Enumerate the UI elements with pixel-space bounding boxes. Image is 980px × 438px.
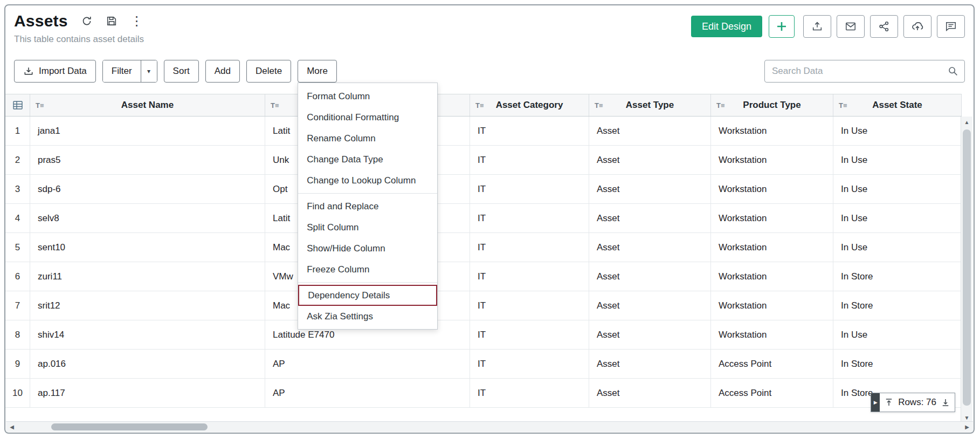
cell-asset_name[interactable]: sent10 <box>30 233 265 262</box>
cell-asset_category[interactable]: IT <box>470 320 589 350</box>
cell-asset_type[interactable]: Asset <box>589 291 711 320</box>
cell-asset_name[interactable]: selv8 <box>30 204 265 233</box>
row-number[interactable]: 2 <box>5 146 30 175</box>
cell-asset_name[interactable]: zuri11 <box>30 262 265 291</box>
share-icon[interactable] <box>870 15 898 38</box>
menu-item-find-and-replace[interactable]: Find and Replace <box>298 196 437 217</box>
refresh-icon[interactable] <box>81 15 93 27</box>
scroll-right-icon[interactable]: ▶ <box>961 422 973 432</box>
cell-product_type[interactable]: Workstation <box>711 262 833 291</box>
cell-product_type[interactable]: Workstation <box>711 233 833 262</box>
row-number[interactable]: 9 <box>5 350 30 379</box>
cell-asset_type[interactable]: Asset <box>589 379 711 408</box>
cell-asset_category[interactable]: IT <box>470 233 589 262</box>
cell-asset_category[interactable]: IT <box>470 379 589 408</box>
horizontal-scroll-thumb[interactable] <box>51 423 208 430</box>
row-number[interactable]: 3 <box>5 175 30 204</box>
column-header-asset_name[interactable]: T≡Asset Name <box>30 94 265 116</box>
row-number[interactable]: 10 <box>5 379 30 408</box>
row-number[interactable]: 6 <box>5 262 30 291</box>
cell-asset_name[interactable]: ap.016 <box>30 350 265 379</box>
sort-button[interactable]: Sort <box>164 60 199 83</box>
scroll-to-bottom-icon[interactable] <box>941 398 950 407</box>
cell-asset_name[interactable]: srit12 <box>30 291 265 320</box>
publish-icon[interactable] <box>803 15 831 38</box>
column-header-asset_category[interactable]: T≡Asset Category <box>470 94 589 116</box>
cell-asset_type[interactable]: Asset <box>589 233 711 262</box>
menu-item-show-hide-column[interactable]: Show/Hide Column <box>298 238 437 259</box>
cell-asset_name[interactable]: sdp-6 <box>30 175 265 204</box>
cell-product_type[interactable]: Workstation <box>711 320 833 350</box>
scroll-to-top-icon[interactable] <box>884 398 894 407</box>
cell-asset_category[interactable]: IT <box>470 146 589 175</box>
row-number[interactable]: 5 <box>5 233 30 262</box>
filter-button[interactable]: Filter <box>103 60 141 82</box>
filter-caret-icon[interactable]: ▾ <box>141 60 157 82</box>
menu-item-change-data-type[interactable]: Change Data Type <box>298 149 437 170</box>
menu-item-format-column[interactable]: Format Column <box>298 86 437 107</box>
column-header-asset_type[interactable]: T≡Asset Type <box>589 94 711 116</box>
cell-asset_type[interactable]: Asset <box>589 320 711 350</box>
cell-asset_name[interactable]: jana1 <box>30 117 265 146</box>
save-icon[interactable] <box>106 15 118 27</box>
row-number[interactable]: 8 <box>5 320 30 350</box>
cell-product_type[interactable]: Workstation <box>711 146 833 175</box>
cell-col3[interactable]: AP <box>265 350 470 379</box>
horizontal-scrollbar[interactable]: ◀ ▶ <box>6 421 973 432</box>
cell-asset_type[interactable]: Asset <box>589 350 711 379</box>
cell-product_type[interactable]: Workstation <box>711 291 833 320</box>
vertical-scrollbar[interactable]: ▲ ▼ <box>961 117 972 423</box>
cell-asset_name[interactable]: pras5 <box>30 146 265 175</box>
scroll-up-icon[interactable]: ▲ <box>961 117 972 127</box>
add-button[interactable]: Add <box>205 60 240 83</box>
cell-asset_category[interactable]: IT <box>470 350 589 379</box>
cell-asset_state[interactable]: In Use <box>833 175 962 204</box>
cell-product_type[interactable]: Access Point <box>711 350 833 379</box>
plus-icon[interactable] <box>769 15 795 38</box>
menu-item-conditional-formatting[interactable]: Conditional Formatting <box>298 107 437 128</box>
kebab-menu-icon[interactable]: ⋮ <box>130 15 143 27</box>
cell-asset_state[interactable]: In Store <box>833 350 962 379</box>
row-number[interactable]: 7 <box>5 291 30 320</box>
cell-asset_type[interactable]: Asset <box>589 204 711 233</box>
cell-asset_category[interactable]: IT <box>470 117 589 146</box>
cell-asset_state[interactable]: In Use <box>833 204 962 233</box>
cell-asset_category[interactable]: IT <box>470 204 589 233</box>
cell-asset_type[interactable]: Asset <box>589 117 711 146</box>
vertical-scroll-thumb[interactable] <box>963 129 971 406</box>
cell-asset_state[interactable]: In Use <box>833 233 962 262</box>
menu-item-rename-column[interactable]: Rename Column <box>298 128 437 149</box>
cell-asset_type[interactable]: Asset <box>589 175 711 204</box>
cell-asset_type[interactable]: Asset <box>589 262 711 291</box>
menu-item-dependency-details[interactable]: Dependency Details <box>298 285 437 306</box>
rows-expand-icon[interactable]: ▶ <box>871 393 880 412</box>
cell-asset_category[interactable]: IT <box>470 291 589 320</box>
comment-icon[interactable] <box>937 15 965 38</box>
mail-icon[interactable] <box>837 15 865 38</box>
cell-asset_name[interactable]: ap.117 <box>30 379 265 408</box>
import-data-button[interactable]: Import Data <box>14 60 96 83</box>
cell-product_type[interactable]: Workstation <box>711 175 833 204</box>
cell-asset_category[interactable]: IT <box>470 175 589 204</box>
edit-design-button[interactable]: Edit Design <box>691 16 762 37</box>
menu-item-change-to-lookup-column[interactable]: Change to Lookup Column <box>298 170 437 191</box>
search-input[interactable] <box>764 60 965 83</box>
scroll-left-icon[interactable]: ◀ <box>6 422 18 432</box>
row-number[interactable]: 1 <box>5 117 30 146</box>
cell-asset_state[interactable]: In Use <box>833 320 962 350</box>
row-number[interactable]: 4 <box>5 204 30 233</box>
cell-col3[interactable]: AP <box>265 379 470 408</box>
cell-asset_state[interactable]: In Store <box>833 262 962 291</box>
cell-asset_state[interactable]: In Use <box>833 146 962 175</box>
cloud-upload-icon[interactable] <box>903 15 931 38</box>
column-header-asset_state[interactable]: T≡Asset State <box>833 94 962 116</box>
cell-asset_state[interactable]: In Store <box>833 291 962 320</box>
delete-button[interactable]: Delete <box>246 60 291 83</box>
cell-asset_category[interactable]: IT <box>470 262 589 291</box>
cell-product_type[interactable]: Workstation <box>711 204 833 233</box>
cell-asset_type[interactable]: Asset <box>589 146 711 175</box>
column-header-product_type[interactable]: T≡Product Type <box>711 94 833 116</box>
menu-item-split-column[interactable]: Split Column <box>298 217 437 238</box>
cell-asset_name[interactable]: shiv14 <box>30 320 265 350</box>
more-button[interactable]: More <box>298 60 337 83</box>
